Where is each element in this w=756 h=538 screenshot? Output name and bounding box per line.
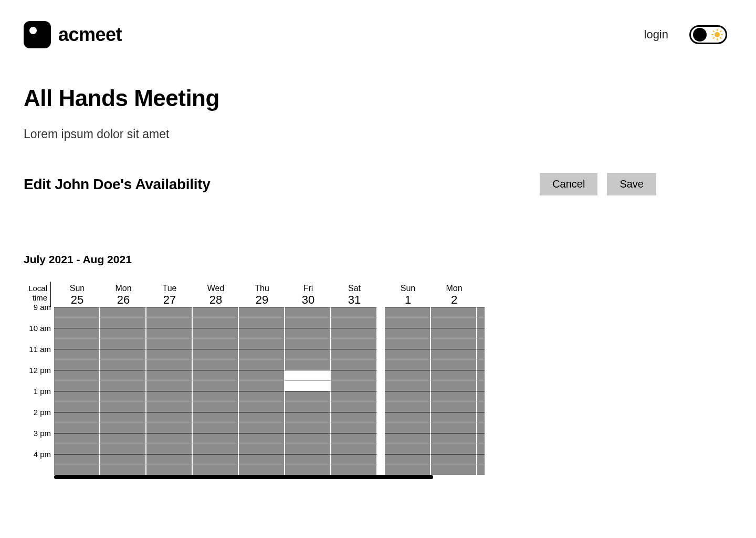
availability-slot[interactable] xyxy=(285,391,331,401)
availability-slot[interactable] xyxy=(477,338,485,349)
availability-slot[interactable] xyxy=(331,349,377,359)
availability-slot[interactable] xyxy=(331,338,377,349)
availability-slot[interactable] xyxy=(54,349,100,359)
availability-slot[interactable] xyxy=(54,328,100,338)
availability-slot[interactable] xyxy=(54,443,100,454)
availability-slot[interactable] xyxy=(54,307,100,317)
availability-slot[interactable] xyxy=(100,317,146,328)
availability-slot[interactable] xyxy=(146,328,193,338)
availability-slot[interactable] xyxy=(100,328,146,338)
availability-slot[interactable] xyxy=(285,338,331,349)
availability-slot[interactable] xyxy=(285,454,331,464)
availability-slot[interactable] xyxy=(477,391,485,401)
availability-slot[interactable] xyxy=(331,443,377,454)
availability-slot[interactable] xyxy=(239,380,285,391)
availability-slot[interactable] xyxy=(146,433,193,443)
availability-slot[interactable] xyxy=(146,370,193,380)
availability-slot[interactable] xyxy=(146,307,193,317)
availability-slot[interactable] xyxy=(239,370,285,380)
availability-slot[interactable] xyxy=(285,307,331,317)
availability-slot[interactable] xyxy=(239,359,285,370)
availability-slot[interactable] xyxy=(100,433,146,443)
availability-slot[interactable] xyxy=(431,380,477,391)
availability-slot[interactable] xyxy=(331,391,377,401)
availability-slot[interactable] xyxy=(477,307,485,317)
availability-slot[interactable] xyxy=(285,317,331,328)
availability-slot[interactable] xyxy=(100,359,146,370)
availability-slot[interactable] xyxy=(100,349,146,359)
availability-slot[interactable] xyxy=(146,380,193,391)
availability-slot[interactable] xyxy=(146,391,193,401)
availability-slot[interactable] xyxy=(331,433,377,443)
availability-slot[interactable] xyxy=(385,401,431,412)
availability-slot[interactable] xyxy=(477,412,485,422)
availability-slot[interactable] xyxy=(239,328,285,338)
availability-slot[interactable] xyxy=(239,317,285,328)
availability-slot[interactable] xyxy=(285,359,331,370)
availability-slot[interactable] xyxy=(54,317,100,328)
availability-slot[interactable] xyxy=(193,433,239,443)
availability-slot[interactable] xyxy=(100,443,146,454)
availability-slot[interactable] xyxy=(193,401,239,412)
availability-slot[interactable] xyxy=(431,359,477,370)
availability-slot[interactable] xyxy=(54,433,100,443)
availability-slot[interactable] xyxy=(477,317,485,328)
availability-slot[interactable] xyxy=(193,391,239,401)
availability-slot[interactable] xyxy=(331,307,377,317)
availability-slot[interactable] xyxy=(100,307,146,317)
availability-slot[interactable] xyxy=(239,454,285,464)
availability-slot[interactable] xyxy=(146,338,193,349)
availability-slot[interactable] xyxy=(431,422,477,433)
availability-slot[interactable] xyxy=(193,338,239,349)
availability-slot[interactable] xyxy=(331,328,377,338)
availability-slot[interactable] xyxy=(239,443,285,454)
availability-slot[interactable] xyxy=(431,317,477,328)
availability-slot[interactable] xyxy=(100,370,146,380)
availability-slot[interactable] xyxy=(285,422,331,433)
availability-slot[interactable] xyxy=(100,401,146,412)
availability-slot[interactable] xyxy=(54,338,100,349)
availability-slot[interactable] xyxy=(146,317,193,328)
availability-slot[interactable] xyxy=(477,422,485,433)
availability-slot[interactable] xyxy=(385,380,431,391)
availability-slot[interactable] xyxy=(193,454,239,464)
availability-slot[interactable] xyxy=(431,391,477,401)
cancel-button[interactable]: Cancel xyxy=(540,173,597,195)
availability-slot[interactable] xyxy=(146,443,193,454)
availability-slot[interactable] xyxy=(385,422,431,433)
availability-slot[interactable] xyxy=(146,349,193,359)
availability-slot[interactable] xyxy=(239,401,285,412)
availability-slot[interactable] xyxy=(477,328,485,338)
availability-slot[interactable] xyxy=(239,349,285,359)
availability-slot[interactable] xyxy=(100,422,146,433)
availability-slot[interactable] xyxy=(193,317,239,328)
horizontal-scrollbar[interactable] xyxy=(24,475,485,480)
availability-slot[interactable] xyxy=(331,359,377,370)
availability-slot[interactable] xyxy=(146,412,193,422)
availability-slot[interactable] xyxy=(100,412,146,422)
availability-slot[interactable] xyxy=(331,422,377,433)
availability-slot[interactable] xyxy=(193,370,239,380)
availability-slot[interactable] xyxy=(385,317,431,328)
availability-slot[interactable] xyxy=(54,454,100,464)
availability-slot[interactable] xyxy=(239,412,285,422)
availability-slot[interactable] xyxy=(54,391,100,401)
availability-slot[interactable] xyxy=(385,328,431,338)
availability-slot[interactable] xyxy=(193,464,239,475)
availability-slot[interactable] xyxy=(285,464,331,475)
availability-slot[interactable] xyxy=(146,454,193,464)
availability-slot[interactable] xyxy=(285,433,331,443)
availability-slot[interactable] xyxy=(431,443,477,454)
availability-slot[interactable] xyxy=(477,380,485,391)
availability-slot[interactable] xyxy=(385,359,431,370)
availability-slot[interactable] xyxy=(431,412,477,422)
availability-slot[interactable] xyxy=(477,454,485,464)
availability-slot[interactable] xyxy=(54,412,100,422)
availability-slot[interactable] xyxy=(54,422,100,433)
availability-slot[interactable] xyxy=(431,454,477,464)
availability-slot[interactable] xyxy=(54,359,100,370)
availability-slot[interactable] xyxy=(100,391,146,401)
availability-slot[interactable] xyxy=(385,454,431,464)
availability-slot[interactable] xyxy=(385,464,431,475)
availability-slot[interactable] xyxy=(331,412,377,422)
